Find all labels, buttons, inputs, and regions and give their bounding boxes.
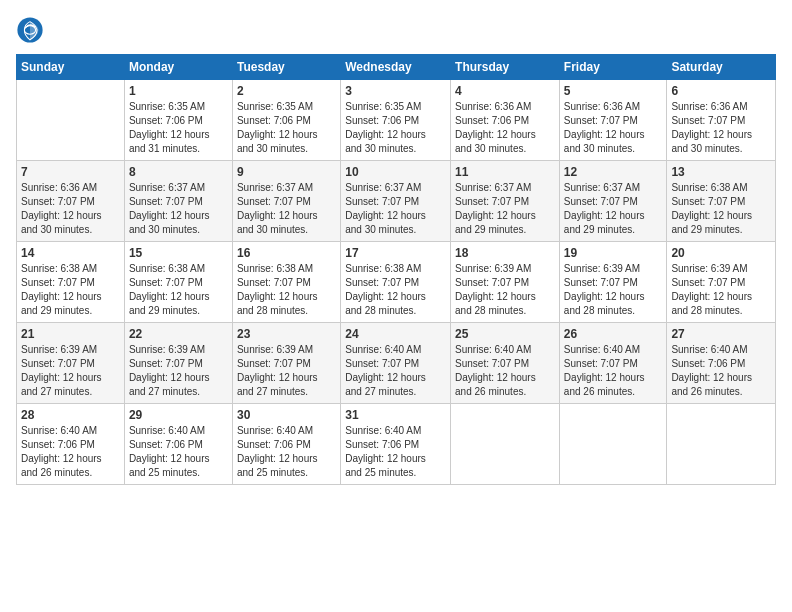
calendar-cell xyxy=(667,404,776,485)
calendar-cell: 27Sunrise: 6:40 AM Sunset: 7:06 PM Dayli… xyxy=(667,323,776,404)
day-number: 29 xyxy=(129,408,228,422)
day-number: 4 xyxy=(455,84,555,98)
day-number: 10 xyxy=(345,165,446,179)
day-number: 24 xyxy=(345,327,446,341)
header xyxy=(16,16,776,44)
day-info: Sunrise: 6:40 AM Sunset: 7:06 PM Dayligh… xyxy=(237,424,336,480)
weekday-header-friday: Friday xyxy=(559,55,667,80)
day-number: 14 xyxy=(21,246,120,260)
calendar-cell: 25Sunrise: 6:40 AM Sunset: 7:07 PM Dayli… xyxy=(451,323,560,404)
calendar-cell: 29Sunrise: 6:40 AM Sunset: 7:06 PM Dayli… xyxy=(124,404,232,485)
day-info: Sunrise: 6:40 AM Sunset: 7:07 PM Dayligh… xyxy=(345,343,446,399)
calendar-cell: 26Sunrise: 6:40 AM Sunset: 7:07 PM Dayli… xyxy=(559,323,667,404)
day-number: 3 xyxy=(345,84,446,98)
calendar-cell: 12Sunrise: 6:37 AM Sunset: 7:07 PM Dayli… xyxy=(559,161,667,242)
day-number: 7 xyxy=(21,165,120,179)
day-info: Sunrise: 6:35 AM Sunset: 7:06 PM Dayligh… xyxy=(237,100,336,156)
day-info: Sunrise: 6:40 AM Sunset: 7:07 PM Dayligh… xyxy=(455,343,555,399)
logo xyxy=(16,16,48,44)
calendar-week-row: 14Sunrise: 6:38 AM Sunset: 7:07 PM Dayli… xyxy=(17,242,776,323)
weekday-header-saturday: Saturday xyxy=(667,55,776,80)
day-number: 2 xyxy=(237,84,336,98)
day-number: 8 xyxy=(129,165,228,179)
day-info: Sunrise: 6:39 AM Sunset: 7:07 PM Dayligh… xyxy=(237,343,336,399)
day-info: Sunrise: 6:36 AM Sunset: 7:06 PM Dayligh… xyxy=(455,100,555,156)
day-number: 21 xyxy=(21,327,120,341)
day-number: 17 xyxy=(345,246,446,260)
calendar-cell: 31Sunrise: 6:40 AM Sunset: 7:06 PM Dayli… xyxy=(341,404,451,485)
day-number: 16 xyxy=(237,246,336,260)
day-number: 19 xyxy=(564,246,663,260)
calendar-cell: 2Sunrise: 6:35 AM Sunset: 7:06 PM Daylig… xyxy=(232,80,340,161)
calendar-cell: 17Sunrise: 6:38 AM Sunset: 7:07 PM Dayli… xyxy=(341,242,451,323)
day-info: Sunrise: 6:38 AM Sunset: 7:07 PM Dayligh… xyxy=(21,262,120,318)
day-number: 20 xyxy=(671,246,771,260)
day-info: Sunrise: 6:39 AM Sunset: 7:07 PM Dayligh… xyxy=(129,343,228,399)
day-info: Sunrise: 6:39 AM Sunset: 7:07 PM Dayligh… xyxy=(455,262,555,318)
day-info: Sunrise: 6:36 AM Sunset: 7:07 PM Dayligh… xyxy=(21,181,120,237)
day-info: Sunrise: 6:40 AM Sunset: 7:06 PM Dayligh… xyxy=(671,343,771,399)
day-number: 30 xyxy=(237,408,336,422)
day-info: Sunrise: 6:37 AM Sunset: 7:07 PM Dayligh… xyxy=(237,181,336,237)
day-info: Sunrise: 6:36 AM Sunset: 7:07 PM Dayligh… xyxy=(564,100,663,156)
calendar-cell: 15Sunrise: 6:38 AM Sunset: 7:07 PM Dayli… xyxy=(124,242,232,323)
calendar-cell xyxy=(17,80,125,161)
calendar-cell xyxy=(559,404,667,485)
calendar-cell: 6Sunrise: 6:36 AM Sunset: 7:07 PM Daylig… xyxy=(667,80,776,161)
day-info: Sunrise: 6:40 AM Sunset: 7:06 PM Dayligh… xyxy=(21,424,120,480)
weekday-header-wednesday: Wednesday xyxy=(341,55,451,80)
calendar-cell: 16Sunrise: 6:38 AM Sunset: 7:07 PM Dayli… xyxy=(232,242,340,323)
calendar-cell: 5Sunrise: 6:36 AM Sunset: 7:07 PM Daylig… xyxy=(559,80,667,161)
calendar-cell: 30Sunrise: 6:40 AM Sunset: 7:06 PM Dayli… xyxy=(232,404,340,485)
day-number: 15 xyxy=(129,246,228,260)
day-info: Sunrise: 6:40 AM Sunset: 7:06 PM Dayligh… xyxy=(129,424,228,480)
day-info: Sunrise: 6:36 AM Sunset: 7:07 PM Dayligh… xyxy=(671,100,771,156)
day-number: 31 xyxy=(345,408,446,422)
calendar-cell: 22Sunrise: 6:39 AM Sunset: 7:07 PM Dayli… xyxy=(124,323,232,404)
day-number: 13 xyxy=(671,165,771,179)
calendar-body: 1Sunrise: 6:35 AM Sunset: 7:06 PM Daylig… xyxy=(17,80,776,485)
day-info: Sunrise: 6:37 AM Sunset: 7:07 PM Dayligh… xyxy=(564,181,663,237)
day-number: 12 xyxy=(564,165,663,179)
day-info: Sunrise: 6:40 AM Sunset: 7:07 PM Dayligh… xyxy=(564,343,663,399)
calendar-week-row: 21Sunrise: 6:39 AM Sunset: 7:07 PM Dayli… xyxy=(17,323,776,404)
weekday-header-tuesday: Tuesday xyxy=(232,55,340,80)
calendar-cell: 14Sunrise: 6:38 AM Sunset: 7:07 PM Dayli… xyxy=(17,242,125,323)
day-number: 1 xyxy=(129,84,228,98)
day-number: 9 xyxy=(237,165,336,179)
day-info: Sunrise: 6:35 AM Sunset: 7:06 PM Dayligh… xyxy=(345,100,446,156)
calendar-cell: 1Sunrise: 6:35 AM Sunset: 7:06 PM Daylig… xyxy=(124,80,232,161)
day-number: 26 xyxy=(564,327,663,341)
page-container: SundayMondayTuesdayWednesdayThursdayFrid… xyxy=(0,0,792,612)
day-info: Sunrise: 6:39 AM Sunset: 7:07 PM Dayligh… xyxy=(21,343,120,399)
calendar-cell: 7Sunrise: 6:36 AM Sunset: 7:07 PM Daylig… xyxy=(17,161,125,242)
day-number: 23 xyxy=(237,327,336,341)
calendar-week-row: 7Sunrise: 6:36 AM Sunset: 7:07 PM Daylig… xyxy=(17,161,776,242)
calendar-cell: 11Sunrise: 6:37 AM Sunset: 7:07 PM Dayli… xyxy=(451,161,560,242)
day-info: Sunrise: 6:37 AM Sunset: 7:07 PM Dayligh… xyxy=(345,181,446,237)
calendar-cell: 24Sunrise: 6:40 AM Sunset: 7:07 PM Dayli… xyxy=(341,323,451,404)
day-info: Sunrise: 6:39 AM Sunset: 7:07 PM Dayligh… xyxy=(671,262,771,318)
day-info: Sunrise: 6:38 AM Sunset: 7:07 PM Dayligh… xyxy=(237,262,336,318)
calendar-cell: 18Sunrise: 6:39 AM Sunset: 7:07 PM Dayli… xyxy=(451,242,560,323)
day-number: 6 xyxy=(671,84,771,98)
calendar-cell: 8Sunrise: 6:37 AM Sunset: 7:07 PM Daylig… xyxy=(124,161,232,242)
day-number: 5 xyxy=(564,84,663,98)
day-info: Sunrise: 6:38 AM Sunset: 7:07 PM Dayligh… xyxy=(671,181,771,237)
day-number: 22 xyxy=(129,327,228,341)
weekday-header-sunday: Sunday xyxy=(17,55,125,80)
calendar-cell xyxy=(451,404,560,485)
day-info: Sunrise: 6:38 AM Sunset: 7:07 PM Dayligh… xyxy=(129,262,228,318)
day-number: 27 xyxy=(671,327,771,341)
day-number: 18 xyxy=(455,246,555,260)
calendar-cell: 19Sunrise: 6:39 AM Sunset: 7:07 PM Dayli… xyxy=(559,242,667,323)
day-info: Sunrise: 6:35 AM Sunset: 7:06 PM Dayligh… xyxy=(129,100,228,156)
calendar-week-row: 28Sunrise: 6:40 AM Sunset: 7:06 PM Dayli… xyxy=(17,404,776,485)
calendar-cell: 28Sunrise: 6:40 AM Sunset: 7:06 PM Dayli… xyxy=(17,404,125,485)
calendar-table: SundayMondayTuesdayWednesdayThursdayFrid… xyxy=(16,54,776,485)
day-info: Sunrise: 6:39 AM Sunset: 7:07 PM Dayligh… xyxy=(564,262,663,318)
weekday-header-thursday: Thursday xyxy=(451,55,560,80)
day-info: Sunrise: 6:37 AM Sunset: 7:07 PM Dayligh… xyxy=(129,181,228,237)
calendar-cell: 10Sunrise: 6:37 AM Sunset: 7:07 PM Dayli… xyxy=(341,161,451,242)
day-info: Sunrise: 6:38 AM Sunset: 7:07 PM Dayligh… xyxy=(345,262,446,318)
